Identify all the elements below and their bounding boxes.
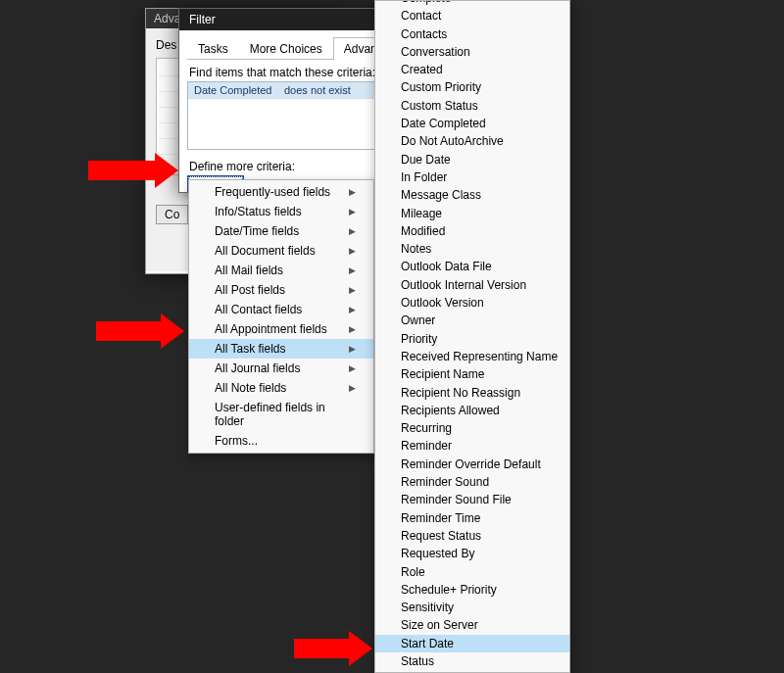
submenu-arrow-icon: ▶ (349, 363, 356, 373)
menu-item-label: Frequently-used fields (215, 185, 330, 199)
tab-tasks[interactable]: Tasks (187, 37, 239, 60)
task-field-item[interactable]: Requested By (375, 545, 569, 562)
task-field-item[interactable]: Recipient No Reassign (375, 384, 569, 402)
field-category-item[interactable]: All Contact fields▶ (189, 300, 373, 319)
task-field-item[interactable]: Status (375, 652, 569, 670)
task-field-item[interactable]: Do Not AutoArchive (375, 132, 569, 150)
arrow-shaft (88, 161, 155, 180)
arrow-shaft (96, 321, 161, 341)
task-field-item[interactable]: Reminder Sound (375, 473, 569, 491)
task-field-item[interactable]: Contact (375, 7, 569, 24)
task-field-item[interactable]: Recipients Allowed (375, 402, 569, 419)
menu-item-label: User-defined fields in folder (215, 401, 356, 428)
menu-item-label: All Journal fields (215, 361, 300, 375)
task-field-item[interactable]: Notes (375, 240, 569, 258)
menu-item-label: All Document fields (215, 244, 316, 258)
task-field-item[interactable]: Start Date (375, 635, 569, 652)
task-field-item[interactable]: Role (375, 563, 569, 581)
adv-button[interactable]: Co (156, 205, 188, 224)
submenu-arrow-icon: ▶ (349, 344, 356, 354)
task-field-item[interactable]: Reminder Override Default (375, 456, 569, 473)
menu-item-label: All Task fields (215, 342, 285, 356)
field-category-item[interactable]: All Appointment fields▶ (189, 319, 373, 339)
submenu-arrow-icon: ▶ (349, 324, 356, 334)
task-field-item[interactable]: Reminder Sound File (375, 491, 569, 508)
submenu-arrow-icon: ▶ (349, 246, 356, 256)
task-field-item[interactable]: Recurring (375, 419, 569, 437)
field-category-item[interactable]: Frequently-used fields▶ (189, 182, 373, 202)
task-field-item[interactable]: Contacts (375, 25, 569, 43)
task-fields-menu: CompleteContactContactsConversationCreat… (374, 0, 570, 673)
task-field-item[interactable]: Conversation (375, 43, 569, 61)
menu-item-label: All Appointment fields (215, 322, 327, 336)
field-category-item[interactable]: Forms... (189, 431, 373, 451)
field-category-item[interactable]: User-defined fields in folder (189, 398, 373, 431)
task-field-item[interactable]: Mileage (375, 205, 569, 222)
task-field-item[interactable]: Priority (375, 330, 569, 348)
annotation-arrow (96, 313, 184, 349)
task-field-item[interactable]: Sensitivity (375, 599, 569, 616)
task-field-item[interactable]: In Folder (375, 168, 569, 186)
task-field-item[interactable]: Due Date (375, 151, 569, 168)
criteria-col-condition: does not exist (278, 82, 357, 98)
menu-item-label: Info/Status fields (215, 205, 302, 218)
task-field-item[interactable]: Owner (375, 312, 569, 329)
submenu-arrow-icon: ▶ (349, 207, 356, 216)
field-category-item[interactable]: All Mail fields▶ (189, 261, 373, 280)
field-category-item[interactable]: All Note fields▶ (189, 378, 373, 398)
task-field-item[interactable]: Reminder (375, 437, 569, 455)
field-category-item[interactable]: Date/Time fields▶ (189, 221, 373, 241)
task-field-item[interactable]: Created (375, 61, 569, 78)
arrow-head-icon (349, 631, 372, 666)
annotation-arrow (294, 631, 372, 666)
field-category-item[interactable]: All Task fields▶ (189, 339, 373, 359)
task-field-item[interactable]: Size on Server (375, 616, 569, 634)
field-category-item[interactable]: All Journal fields▶ (189, 359, 373, 378)
menu-item-label: All Mail fields (215, 264, 283, 277)
submenu-arrow-icon: ▶ (349, 383, 356, 393)
field-category-item[interactable]: Info/Status fields▶ (189, 202, 373, 221)
task-field-item[interactable]: Outlook Data File (375, 258, 569, 275)
arrow-head-icon (155, 153, 178, 188)
task-field-item[interactable]: Complete (375, 0, 569, 7)
menu-item-label: Forms... (215, 434, 258, 448)
task-field-item[interactable]: Custom Priority (375, 78, 569, 96)
submenu-arrow-icon: ▶ (349, 285, 356, 295)
task-field-item[interactable]: Custom Status (375, 97, 569, 115)
field-category-menu: Frequently-used fields▶Info/Status field… (188, 179, 374, 454)
task-field-item[interactable]: Received Representing Name (375, 348, 569, 365)
task-field-item[interactable]: Schedule+ Priority (375, 581, 569, 599)
arrow-head-icon (161, 313, 184, 349)
arrow-shaft (294, 639, 349, 658)
task-field-item[interactable]: Outlook Internal Version (375, 276, 569, 294)
menu-item-label: Date/Time fields (215, 224, 299, 238)
menu-item-label: All Note fields (215, 381, 286, 395)
submenu-arrow-icon: ▶ (349, 226, 356, 236)
submenu-arrow-icon: ▶ (349, 187, 356, 197)
task-field-item[interactable]: Outlook Version (375, 294, 569, 312)
field-category-item[interactable]: All Document fields▶ (189, 241, 373, 261)
task-field-item[interactable]: Recipient Name (375, 365, 569, 383)
submenu-arrow-icon: ▶ (349, 265, 356, 275)
tab-more-choices[interactable]: More Choices (239, 37, 333, 60)
task-field-item[interactable]: Reminder Time (375, 509, 569, 527)
criteria-col-field: Date Completed (188, 82, 278, 98)
annotation-arrow (88, 153, 178, 188)
submenu-arrow-icon: ▶ (349, 305, 356, 314)
task-field-item[interactable]: Date Completed (375, 115, 569, 132)
menu-item-label: All Contact fields (215, 303, 302, 316)
field-category-item[interactable]: All Post fields▶ (189, 280, 373, 300)
task-field-item[interactable]: Message Class (375, 186, 569, 204)
menu-item-label: All Post fields (215, 283, 285, 297)
task-field-item[interactable]: Modified (375, 222, 569, 240)
task-field-item[interactable]: Request Status (375, 527, 569, 545)
